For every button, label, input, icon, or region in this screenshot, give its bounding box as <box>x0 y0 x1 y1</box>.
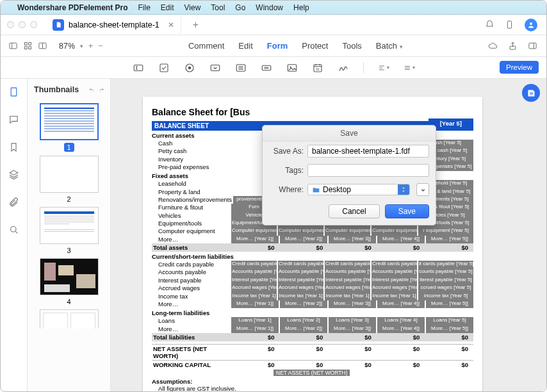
save-button[interactable]: Save <box>385 204 429 218</box>
menu-tool[interactable]: Tool <box>211 3 225 12</box>
dropdown-tool-icon[interactable] <box>209 62 221 74</box>
form-field[interactable]: Computer equipment [Year <box>278 227 323 235</box>
form-field[interactable]: Income tax [Year 5] <box>418 293 473 300</box>
menu-view[interactable]: View <box>184 3 201 12</box>
bell-icon[interactable] <box>485 20 494 29</box>
sidebar-toggle-icon[interactable] <box>8 41 18 51</box>
form-field[interactable]: More… [Year 5]] <box>426 236 473 243</box>
menu-file[interactable]: File <box>138 3 151 12</box>
form-field[interactable]: Accrued wages [Year <box>371 284 417 292</box>
button-tool-icon[interactable]: OK <box>261 62 272 74</box>
form-field[interactable]: More… [Year 5]] <box>426 325 473 333</box>
thumbnail-4[interactable]: 4 <box>40 258 99 306</box>
form-field[interactable]: More… [Year 4]] <box>377 325 425 333</box>
close-tab-icon[interactable]: ✕ <box>164 20 174 29</box>
document-tab[interactable]: balance-sheet-template-1 ✕ <box>49 16 181 34</box>
image-tool-icon[interactable] <box>286 62 298 74</box>
menu-comment[interactable]: Comment <box>188 41 224 51</box>
search-panel-icon[interactable] <box>8 224 19 238</box>
undo-icon[interactable] <box>89 86 94 94</box>
share-icon[interactable] <box>508 41 518 51</box>
form-field[interactable]: Interest payable [Year <box>231 277 277 284</box>
form-field[interactable]: More… [Year 1]] <box>231 236 279 243</box>
form-field[interactable]: Credit cards payable [ <box>278 261 323 268</box>
zoom-dropdown-icon[interactable]: ▾ <box>80 43 83 49</box>
checkbox-tool-icon[interactable] <box>158 62 170 74</box>
form-field[interactable]: More… [Year 1]] <box>231 325 279 333</box>
menu-batch[interactable]: Batch ▾ <box>376 41 403 51</box>
menu-window[interactable]: Window <box>256 3 283 12</box>
where-dropdown-icon[interactable] <box>398 184 409 195</box>
thumbnail-1[interactable]: 1 <box>40 103 99 152</box>
comments-panel-icon[interactable] <box>8 114 19 127</box>
form-field[interactable]: Credit cards payable [ <box>371 261 417 268</box>
document-canvas[interactable]: W Balance Sheet for [Bus BALANCE SHEET [… <box>111 79 546 392</box>
menu-go[interactable]: Go <box>235 3 245 12</box>
maximize-window-button[interactable] <box>30 21 37 28</box>
form-field[interactable]: More… [Year 4]] <box>377 236 425 243</box>
menu-edit[interactable]: Edit <box>161 3 174 12</box>
menu-tools[interactable]: Tools <box>342 41 361 51</box>
form-field[interactable]: Income tax [Year 1] <box>371 293 417 300</box>
form-field[interactable]: counts payable [Year 5] <box>418 268 473 276</box>
app-name[interactable]: Wondershare PDFelement Pro <box>17 3 128 12</box>
form-field[interactable]: Computer equipment [Year <box>325 227 370 235</box>
form-field[interactable]: Accounts payable [Ye <box>278 268 323 276</box>
panel-icon[interactable] <box>528 41 537 51</box>
form-field[interactable]: More… [Year 1]] <box>231 300 279 308</box>
form-field[interactable]: More… [Year 3]] <box>329 236 376 243</box>
menu-form[interactable]: Form <box>267 41 288 51</box>
form-field[interactable]: Accrued wages [Year <box>325 284 370 292</box>
more-tool-icon[interactable]: ▾ <box>404 62 415 74</box>
menu-edit2[interactable]: Edit <box>238 41 252 51</box>
saveas-input[interactable] <box>307 145 429 158</box>
form-field[interactable]: Loans [Year 3] <box>329 317 376 325</box>
form-field[interactable]: Accounts payable [Ye <box>371 268 417 276</box>
signature-tool-icon[interactable] <box>338 62 349 74</box>
mobile-icon[interactable] <box>505 20 514 29</box>
form-field[interactable]: Interest payable [Year <box>371 277 417 284</box>
form-field[interactable]: Accounts payable [Ye <box>325 268 370 276</box>
form-field[interactable]: More… [Year 4]] <box>377 300 425 308</box>
form-field[interactable]: More… [Year 5]] <box>426 300 473 308</box>
grid-icon[interactable] <box>23 41 33 51</box>
form-field[interactable]: Accounts payable [Ye <box>231 268 277 276</box>
minimize-window-button[interactable] <box>19 21 26 28</box>
attachments-panel-icon[interactable] <box>8 197 19 210</box>
form-field[interactable]: Loans [Year 1] <box>231 317 279 325</box>
listbox-tool-icon[interactable] <box>235 62 247 74</box>
thumbnail-3[interactable]: 3 <box>40 207 99 254</box>
form-field[interactable]: More… [Year 2]] <box>280 325 327 333</box>
form-field[interactable]: r equipment [Year 5] <box>418 227 473 235</box>
expand-dialog-button[interactable] <box>416 183 429 196</box>
form-field[interactable]: Interest payable [Year <box>278 277 323 284</box>
close-window-button[interactable] <box>7 21 14 28</box>
form-field[interactable]: ccrued wages [Year 5] <box>418 284 473 292</box>
networth-field[interactable]: NET ASSETS (NET WORTH) <box>274 370 350 376</box>
form-field[interactable]: More… [Year 3]] <box>329 325 376 333</box>
redo-icon[interactable] <box>99 86 104 94</box>
form-field[interactable]: Credit cards payable [ <box>231 261 277 268</box>
tags-input[interactable] <box>307 164 429 177</box>
form-field[interactable]: Computer equipment [Year <box>231 227 277 235</box>
form-field[interactable]: it cards payable [Year 5] <box>418 261 473 268</box>
form-field[interactable]: Loans [Year 4] <box>377 317 425 325</box>
form-field[interactable]: Accrued wages [Year <box>278 284 323 292</box>
form-field[interactable]: iterest payable [Year 5] <box>418 277 473 284</box>
radio-tool-icon[interactable] <box>184 62 195 74</box>
where-select[interactable]: Desktop <box>307 184 410 195</box>
form-field[interactable]: Income tax [Year 1] <box>278 293 323 300</box>
form-field[interactable]: Loans [Year 5] <box>426 317 473 325</box>
word-export-badge[interactable]: W <box>522 84 540 102</box>
menu-protect[interactable]: Protect <box>302 41 328 51</box>
thumbnails-panel-icon[interactable] <box>8 86 19 100</box>
align-tool-icon[interactable]: ▾ <box>378 62 389 74</box>
form-field[interactable]: More… [Year 2]] <box>280 300 327 308</box>
thumbnail-2[interactable]: 2 <box>40 156 99 203</box>
textfield-tool-icon[interactable] <box>133 62 144 74</box>
form-field[interactable]: More… [Year 3]] <box>329 300 376 308</box>
form-field[interactable]: Interest payable [Year <box>325 277 370 284</box>
zoom-value[interactable]: 87% <box>59 42 75 51</box>
zoom-in-button[interactable]: + <box>88 42 93 51</box>
new-tab-button[interactable]: + <box>193 19 199 31</box>
